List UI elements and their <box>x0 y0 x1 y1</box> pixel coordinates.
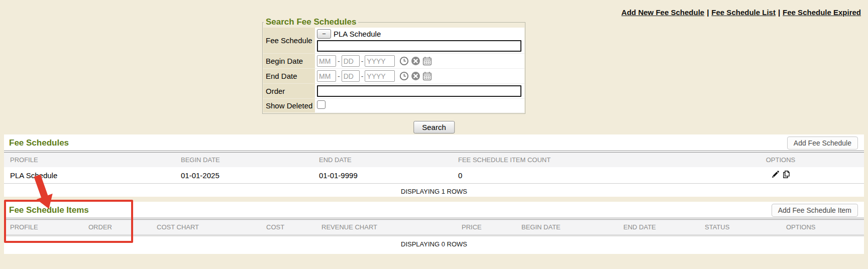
clear-date-icon[interactable] <box>411 71 420 81</box>
add-fee-schedule-button[interactable]: Add Fee Schedule <box>787 137 858 150</box>
end-date-label: End Date <box>263 69 315 84</box>
order-input[interactable] <box>317 85 521 97</box>
quick-nav: Add New Fee Schedule|Fee Schedule List|F… <box>621 8 861 17</box>
fee-schedules-header-row: PROFILE BEGIN DATE END DATE FEE SCHEDULE… <box>4 153 864 167</box>
column-header-cost-chart: COST CHART <box>151 220 260 234</box>
search-button[interactable]: Search <box>413 121 455 133</box>
end-date-day-input[interactable] <box>342 70 360 82</box>
cell-item-count: 0 <box>452 167 697 184</box>
date-separator: - <box>361 57 364 65</box>
column-header-begin-date: BEGIN DATE <box>515 220 617 234</box>
begin-date-row: Begin Date - - <box>263 54 524 69</box>
fee-schedule-items-table: PROFILE ORDER COST CHART COST REVENUE CH… <box>4 220 864 234</box>
fee-schedules-row-count: DISPLAYING 1 ROWS <box>4 184 864 198</box>
calendar-icon[interactable] <box>422 71 432 81</box>
fee-schedules-title: Fee Schedules <box>9 138 69 148</box>
fee-schedule-input[interactable] <box>317 40 521 52</box>
cell-begin-date: 01-01-2025 <box>175 167 313 184</box>
order-label: Order <box>263 84 315 99</box>
begin-date-month-input[interactable] <box>317 55 336 67</box>
fee-schedule-items-header-row: PROFILE ORDER COST CHART COST REVENUE CH… <box>4 220 864 234</box>
clock-icon[interactable] <box>399 71 409 81</box>
link-fee-schedule-expired[interactable]: Fee Schedule Expired <box>783 8 861 17</box>
add-fee-schedule-item-button[interactable]: Add Fee Schedule Item <box>772 204 858 217</box>
column-header-order: ORDER <box>82 220 151 234</box>
begin-date-day-input[interactable] <box>342 55 360 67</box>
fee-schedule-items-title: Fee Schedule Items <box>9 205 89 215</box>
fee-schedules-section: Fee Schedules Add Fee Schedule PROFILE B… <box>4 134 864 197</box>
remove-selected-fee-schedule-button[interactable]: − <box>317 29 331 39</box>
date-separator: - <box>338 72 340 80</box>
nav-separator: | <box>707 8 709 17</box>
show-deleted-row: Show Deleted <box>263 99 524 113</box>
clock-icon[interactable] <box>399 56 409 66</box>
fee-schedule-items-section: Fee Schedule Items Add Fee Schedule Item… <box>4 202 864 254</box>
link-fee-schedule-list[interactable]: Fee Schedule List <box>711 8 776 17</box>
column-header-price: PRICE <box>456 220 515 234</box>
cell-profile: PLA Schedule <box>4 167 175 184</box>
cell-end-date: 01-01-9999 <box>313 167 452 184</box>
date-separator: - <box>361 72 364 80</box>
order-row: Order <box>263 84 524 99</box>
edit-icon[interactable] <box>771 170 780 179</box>
column-header-options: OPTIONS <box>697 153 864 167</box>
column-header-options: OPTIONS <box>780 220 864 234</box>
fee-schedule-table-row: PLA Schedule 01-01-2025 01-01-9999 0 <box>4 167 864 184</box>
column-header-status: STATUS <box>699 220 780 234</box>
column-header-begin-date: BEGIN DATE <box>175 153 313 167</box>
link-add-new-fee-schedule[interactable]: Add New Fee Schedule <box>621 8 704 17</box>
column-header-profile: PROFILE <box>4 220 82 234</box>
show-deleted-checkbox[interactable] <box>317 100 325 109</box>
search-fee-schedules-form: Search Fee Schedules Fee Schedule − PLA … <box>262 17 525 114</box>
column-header-end-date: END DATE <box>617 220 699 234</box>
fee-schedule-label: Fee Schedule <box>263 28 315 54</box>
end-date-row: End Date - - <box>263 69 524 84</box>
column-header-cost: COST <box>260 220 315 234</box>
selected-fee-schedule: PLA Schedule <box>334 30 381 38</box>
copy-icon[interactable] <box>782 170 791 179</box>
column-header-end-date: END DATE <box>313 153 452 167</box>
end-date-year-input[interactable] <box>365 70 395 82</box>
begin-date-label: Begin Date <box>263 54 315 69</box>
end-date-month-input[interactable] <box>317 70 336 82</box>
fee-schedule-items-row-count: DISPLAYING 0 ROWS <box>4 236 864 251</box>
search-form-title: Search Fee Schedules <box>264 17 358 27</box>
column-header-item-count: FEE SCHEDULE ITEM COUNT <box>452 153 697 167</box>
date-separator: - <box>338 57 340 65</box>
begin-date-year-input[interactable] <box>365 55 395 67</box>
calendar-icon[interactable] <box>422 56 432 66</box>
show-deleted-label: Show Deleted <box>263 99 315 113</box>
nav-separator: | <box>778 8 780 17</box>
column-header-revenue-chart: REVENUE CHART <box>315 220 456 234</box>
clear-date-icon[interactable] <box>411 56 420 66</box>
fee-schedules-table: PROFILE BEGIN DATE END DATE FEE SCHEDULE… <box>4 153 864 184</box>
column-header-profile: PROFILE <box>4 153 175 167</box>
fee-schedule-row: Fee Schedule − PLA Schedule <box>263 28 524 54</box>
